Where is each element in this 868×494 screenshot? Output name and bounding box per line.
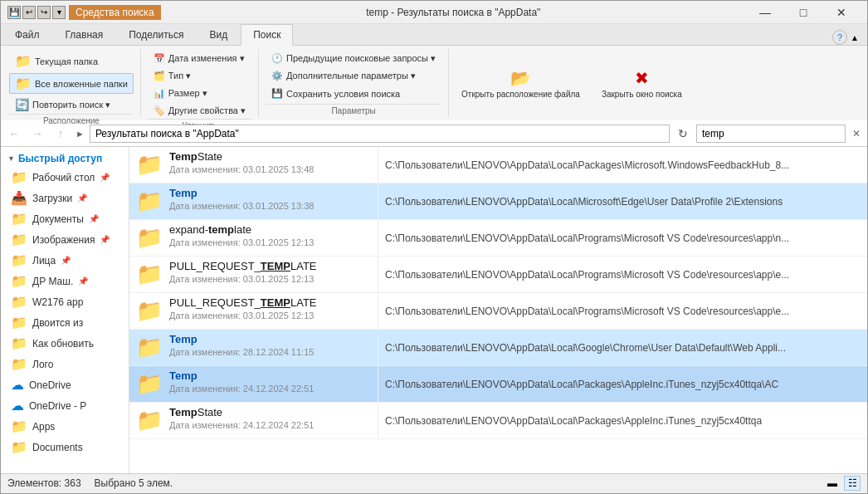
- tab-share[interactable]: Поделиться: [116, 24, 196, 45]
- sidebar-item-documents[interactable]: 📁 Документы 📌: [1, 208, 129, 229]
- address-input[interactable]: [90, 125, 670, 143]
- path-text: C:\Пользователи\LENOVO\AppData\Local\Pac…: [385, 159, 789, 171]
- quick-access-label: Быстрый доступ: [18, 153, 102, 164]
- type-button[interactable]: 🗂️ Тип ▾: [148, 68, 197, 84]
- redo-icon[interactable]: ↪: [37, 6, 51, 19]
- file-item-expand-template[interactable]: 📁 expand-template Дата изменения: 03.01.…: [129, 220, 867, 257]
- size-icon: 📊: [154, 88, 165, 99]
- ribbon-group-refine: 📅 Дата изменения ▾ 🗂️ Тип ▾ 📊 Размер ▾ 🏷…: [141, 49, 259, 117]
- sidebar-item-label: Рабочий стол: [32, 172, 95, 183]
- detail-view-button[interactable]: ☷: [844, 476, 861, 491]
- save-conditions-button[interactable]: 💾 Сохранить условия поиска: [266, 86, 406, 101]
- current-folder-label: Текущая папка: [35, 56, 98, 66]
- maximize-button[interactable]: □: [784, 1, 822, 24]
- current-folder-button[interactable]: 📁 Текущая папка: [9, 51, 104, 71]
- ribbon-tabs: Файл Главная Поделиться Вид Поиск ? ▲: [1, 24, 867, 46]
- file-date: Дата изменения: 24.12.2024 22:51: [169, 384, 314, 394]
- sidebar-item-images[interactable]: 📁 Изображения 📌: [1, 229, 129, 250]
- size-button[interactable]: 📊 Размер ▾: [148, 86, 213, 101]
- file-item-tempstate1[interactable]: 📁 TempState Дата изменения: 03.01.2025 1…: [129, 147, 867, 183]
- sidebar-item-dvoitsya[interactable]: 📁 Двоится из: [1, 312, 129, 333]
- file-path-col: C:\Пользователи\LENOVO\AppData\Local\Mic…: [378, 183, 867, 219]
- tab-view[interactable]: Вид: [197, 24, 240, 45]
- file-item-pull-template2[interactable]: 📁 PULL_REQUEST_TEMPLATE Дата изменения: …: [129, 293, 867, 330]
- forward-button[interactable]: →: [27, 124, 47, 144]
- sidebar-item-downloads[interactable]: 📥 Загрузки 📌: [1, 188, 129, 208]
- sidebar-item-label: Документы: [32, 213, 84, 225]
- refresh-button[interactable]: ↻: [673, 124, 693, 144]
- sidebar-item-label: OneDrive - Р: [29, 400, 86, 412]
- path-text: C:\Пользователи\LENOVO\AppData\Local\Pro…: [385, 269, 789, 281]
- sidebar-item-label: Apps: [32, 421, 55, 433]
- sidebar-item-logo[interactable]: 📁 Лого: [1, 354, 129, 374]
- folder-icon: 📁: [136, 262, 163, 287]
- window-icons: 💾 ↩ ↪ ▾: [7, 6, 66, 19]
- sidebar-item-howto[interactable]: 📁 Как обновить: [1, 333, 129, 354]
- folder-icon: 📥: [11, 190, 27, 206]
- path-text: C:\Пользователи\LENOVO\AppData\Local\Pac…: [385, 379, 778, 390]
- search-clear-button[interactable]: ✕: [849, 128, 864, 139]
- options-buttons: 🕐 Предыдущие поисковые запросы ▾ ⚙️ Допо…: [266, 51, 441, 104]
- sidebar-item-desktop[interactable]: 📁 Рабочий стол 📌: [1, 167, 129, 188]
- help-icon[interactable]: ?: [832, 30, 847, 45]
- sidebar-item-onedrive-p[interactable]: ☁ OneDrive - Р: [1, 395, 129, 416]
- sidebar-item-apps[interactable]: 📁 Apps: [1, 416, 129, 437]
- window-controls: — □ ✕: [746, 1, 861, 24]
- ribbon-group-actions: 📂 Открыть расположение файла ✖ Закрыть о…: [449, 49, 695, 117]
- sidebar-item-onedrive[interactable]: ☁ OneDrive: [1, 374, 129, 395]
- file-info: Temp Дата изменения: 24.12.2024 22:51: [169, 369, 314, 394]
- up-button[interactable]: ↑: [51, 124, 71, 144]
- folder-icon: 📁: [136, 298, 163, 324]
- tab-home[interactable]: Главная: [53, 24, 116, 45]
- ribbon-group-options: 🕐 Предыдущие поисковые запросы ▾ ⚙️ Допо…: [259, 49, 449, 117]
- tab-file[interactable]: Файл: [2, 24, 52, 45]
- file-info: Temp Дата изменения: 28.12.2024 11:15: [169, 333, 314, 357]
- search-input[interactable]: [696, 125, 846, 143]
- file-item-pull-template1[interactable]: 📁 PULL_REQUEST_TEMPLATE Дата изменения: …: [129, 257, 867, 293]
- breadcrumb-arrow: ►: [76, 129, 85, 139]
- open-location-button[interactable]: 📂 Открыть расположение файла: [456, 66, 586, 101]
- all-subfolders-button[interactable]: 📁 Все вложенные папки: [9, 73, 134, 94]
- highlight-text: TEMP: [261, 260, 290, 272]
- undo-icon[interactable]: ↩: [22, 6, 36, 19]
- sidebar-item-label: OneDrive: [29, 379, 71, 391]
- sidebar-item-label: Лица: [32, 255, 56, 267]
- close-button[interactable]: ✕: [822, 1, 861, 24]
- file-title: TempState: [169, 150, 314, 163]
- other-props-button[interactable]: 🏷️ Другие свойства ▾: [148, 103, 251, 119]
- quick-access-section[interactable]: ▼ Быстрый доступ: [1, 150, 129, 167]
- tab-search[interactable]: Поиск: [241, 24, 293, 46]
- dropdown-icon[interactable]: ▾: [52, 6, 66, 19]
- file-info: PULL_REQUEST_TEMPLATE Дата изменения: 03…: [169, 260, 317, 284]
- close-search-button[interactable]: ✖ Закрыть окно поиска: [596, 66, 688, 101]
- sidebar-item-w2176[interactable]: 📁 W2176 app: [1, 291, 129, 312]
- prev-searches-label: Предыдущие поисковые запросы ▾: [286, 53, 436, 64]
- date-changed-button[interactable]: 📅 Дата изменения ▾: [148, 51, 251, 66]
- file-info: expand-template Дата изменения: 03.01.20…: [169, 223, 314, 247]
- pin-icon: 📌: [89, 214, 99, 223]
- file-item-temp1[interactable]: 📁 Temp Дата изменения: 03.01.2025 13:38 …: [129, 183, 867, 220]
- expand-ribbon-icon[interactable]: ▲: [851, 33, 859, 42]
- sidebar-item-label: Лого: [32, 359, 53, 370]
- repeat-search-button[interactable]: 🔄 Повторить поиск ▾: [9, 95, 116, 114]
- file-path-col: C:\Пользователи\LENOVO\AppData\Local\Pro…: [378, 293, 867, 329]
- action-buttons: 📂 Открыть расположение файла ✖ Закрыть о…: [456, 51, 688, 115]
- sidebar-item-drmash[interactable]: 📁 ДР Маш. 📌: [1, 271, 129, 291]
- save-icon[interactable]: 💾: [7, 6, 21, 19]
- sidebar-item-documents2[interactable]: 📁 Documents: [1, 437, 129, 457]
- file-path-col: C:\Пользователи\LENOVO\AppData\Local\Pro…: [378, 257, 867, 292]
- file-title: PULL_REQUEST_TEMPLATE: [169, 260, 317, 272]
- prev-searches-button[interactable]: 🕐 Предыдущие поисковые запросы ▾: [266, 51, 441, 66]
- close-search-label: Закрыть окно поиска: [602, 90, 682, 99]
- file-date: Дата изменения: 03.01.2025 13:48: [169, 164, 314, 174]
- minimize-button[interactable]: —: [746, 1, 784, 24]
- back-button[interactable]: ←: [4, 124, 24, 144]
- sidebar-item-label: Documents: [32, 442, 83, 453]
- sidebar-item-faces[interactable]: 📁 Лица 📌: [1, 250, 129, 271]
- advanced-button[interactable]: ⚙️ Дополнительные параметры ▾: [266, 68, 422, 84]
- file-item-temp3[interactable]: 📁 Temp Дата изменения: 24.12.2024 22:51 …: [129, 366, 867, 403]
- file-item-temp2[interactable]: 📁 Temp Дата изменения: 28.12.2024 11:15 …: [129, 330, 867, 366]
- repeat-search-label: Повторить поиск ▾: [32, 100, 110, 110]
- file-item-tempstate2[interactable]: 📁 TempState Дата изменения: 24.12.2024 2…: [129, 403, 867, 439]
- list-view-button[interactable]: ▬: [824, 476, 841, 491]
